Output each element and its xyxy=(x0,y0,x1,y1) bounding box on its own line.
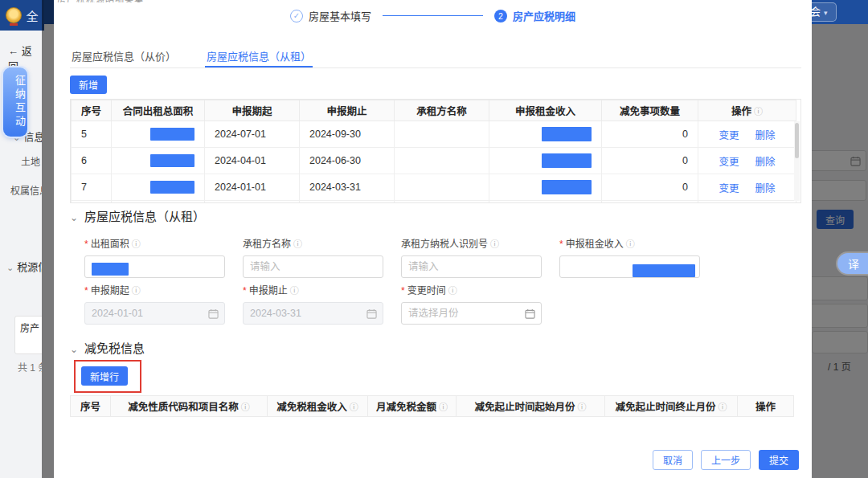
info-icon: ⓘ xyxy=(132,286,141,296)
rent-income-input[interactable] xyxy=(559,255,700,278)
cell-count: 0 xyxy=(602,148,698,174)
required-mark: * xyxy=(401,285,405,296)
tab-ad-valorem[interactable]: 房屋应税信息（从价） xyxy=(70,42,178,67)
clipped-page-title: 房产税税源明细采集 xyxy=(57,0,234,2)
col-actions: 操作ⓘ xyxy=(698,100,796,121)
user-menu-label: 金会 xyxy=(812,6,821,18)
col-reduction-income: 减免税租金收入ⓘ xyxy=(268,396,368,417)
cell-period-start: 2024-01-01 xyxy=(205,174,300,201)
user-menu[interactable]: 金会▾ xyxy=(812,2,837,22)
cell-seq: 5 xyxy=(72,121,112,148)
table-header-row: 序号 减免性质代码和项目名称ⓘ 减免税租金收入ⓘ 月减免税金额ⓘ 减免起止时间起… xyxy=(71,396,794,417)
caret-down-icon: ▾ xyxy=(824,9,828,17)
add-button[interactable]: 新增 xyxy=(70,76,107,94)
col-contract-area: 合同出租总面积 xyxy=(112,100,205,121)
info-icon: ⓘ xyxy=(132,239,141,249)
redacted-value xyxy=(92,263,129,276)
stepper-connector xyxy=(383,15,483,16)
top-navbar-right: 金会▾ xyxy=(812,0,868,24)
info-icon: ⓘ xyxy=(350,402,358,412)
bg-card-fragment: 房产 xyxy=(14,316,42,354)
table-row: 6 2024-04-01 2024-06-30 0 变更删除 xyxy=(72,148,796,174)
stepper: ✓ 房屋基本填写 2 房产应税明细 xyxy=(54,8,812,23)
info-icon: ⓘ xyxy=(719,402,727,412)
submit-button[interactable]: 提交 xyxy=(759,450,799,470)
col-rent-income: 申报租金收入 xyxy=(489,100,602,121)
required-mark: * xyxy=(559,239,563,250)
cancel-button[interactable]: 取消 xyxy=(653,450,693,470)
bg-section-tax: ⌄税源信息 xyxy=(6,259,42,274)
field-tenant-name: 承租方名称ⓘ 请输入 xyxy=(243,236,383,278)
cell-count: 0 xyxy=(602,121,698,148)
scrollbar-thumb[interactable] xyxy=(795,123,799,158)
col-reduction-code: 减免性质代码和项目名称ⓘ xyxy=(111,396,268,417)
step2-label: 房产应税明细 xyxy=(513,8,575,23)
cell-actions: 变更删除 xyxy=(698,174,796,201)
redacted-value xyxy=(633,264,695,277)
period-start-input: 2024-01-01 xyxy=(84,302,225,325)
table-row: 5 2024-07-01 2024-09-30 0 变更删除 xyxy=(72,121,796,148)
step-taxable-detail: 2 房产应税明细 xyxy=(494,8,575,23)
cell-contract-area xyxy=(112,148,205,174)
form-row-2: *申报期起ⓘ 2024-01-01 *申报期止ⓘ 2024-03-31 *变更时… xyxy=(84,283,542,325)
interaction-floating-tab[interactable]: 征纳互动 xyxy=(3,67,27,137)
delete-link[interactable]: 删除 xyxy=(755,157,776,168)
table-header-row: 序号 合同出租总面积 申报期起 申报期止 承租方名称 申报租金收入 减免事项数量… xyxy=(72,100,796,121)
previous-step-button[interactable]: 上一步 xyxy=(701,450,751,470)
table-row-partial xyxy=(72,201,796,204)
tenant-name-input[interactable]: 请输入 xyxy=(243,255,383,278)
delete-link[interactable]: 删除 xyxy=(755,130,776,141)
required-mark: * xyxy=(84,239,88,250)
info-icon: ⓘ xyxy=(490,239,499,249)
change-link[interactable]: 变更 xyxy=(719,157,739,168)
required-mark: * xyxy=(84,285,88,296)
bg-total-count: 共 1 条 xyxy=(18,360,42,374)
change-link[interactable]: 变更 xyxy=(719,183,739,194)
cell-tenant xyxy=(395,121,489,148)
field-change-time: *变更时间ⓘ 请选择月份 xyxy=(401,283,542,325)
cell-tenant xyxy=(395,148,489,174)
add-row-button[interactable]: 新增行 xyxy=(81,366,128,386)
table-row: 7 2024-01-01 2024-03-31 0 变更删除 xyxy=(72,174,796,201)
field-tenant-tax-id: 承租方纳税人识别号ⓘ 请输入 xyxy=(401,236,542,278)
cell-rent-income xyxy=(489,174,602,201)
redacted-value xyxy=(150,128,194,141)
chevron-down-icon[interactable]: ⌄ xyxy=(70,212,78,223)
form-row-1: *出租面积ⓘ 承租方名称ⓘ 请输入 承租方纳税人识别号ⓘ 请输入 *申报租金收入… xyxy=(84,236,700,278)
info-icon: ⓘ xyxy=(754,107,763,116)
section-tax-reduction: ⌄减免税信息 xyxy=(70,339,145,356)
bg-label-land: 土地 xyxy=(21,154,40,168)
calendar-icon xyxy=(366,308,377,319)
redacted-value xyxy=(542,180,592,194)
delete-link[interactable]: 删除 xyxy=(755,183,776,194)
chevron-down-icon[interactable]: ⌄ xyxy=(70,344,78,355)
change-time-input[interactable]: 请选择月份 xyxy=(401,302,542,325)
cell-seq: 6 xyxy=(72,148,112,174)
translate-button[interactable]: 译 xyxy=(837,253,868,274)
col-reduction-count: 减免事项数量 xyxy=(602,100,698,121)
section-rent-info: ⌄房屋应税信息（从租） xyxy=(70,207,205,224)
rent-area-input[interactable] xyxy=(84,255,225,278)
bg-label-ownership: 权属信息 xyxy=(10,183,42,197)
calendar-icon xyxy=(525,308,535,319)
redacted-value xyxy=(542,153,592,168)
cell-rent-income xyxy=(489,148,602,174)
cell-contract-area xyxy=(112,121,205,148)
step-house-basic: ✓ 房屋基本填写 xyxy=(290,8,371,23)
step2-number-icon: 2 xyxy=(494,10,507,22)
info-icon: ⓘ xyxy=(241,402,250,412)
field-period-start: *申报期起ⓘ 2024-01-01 xyxy=(84,283,225,325)
field-period-end: *申报期止ⓘ 2024-03-31 xyxy=(243,283,383,325)
cell-contract-area xyxy=(112,174,205,201)
table-scrollbar[interactable] xyxy=(794,121,800,201)
period-end-input: 2024-03-31 xyxy=(243,302,383,325)
col-seq: 序号 xyxy=(72,100,112,121)
tenant-tax-id-input[interactable]: 请输入 xyxy=(401,255,542,278)
col-actions: 操作 xyxy=(738,396,794,417)
change-link[interactable]: 变更 xyxy=(719,130,739,141)
chevron-down-icon: ⌄ xyxy=(6,263,14,272)
info-icon: ⓘ xyxy=(293,239,302,249)
tab-from-rent[interactable]: 房屋应税信息（从租） xyxy=(205,42,313,67)
col-seq: 序号 xyxy=(71,396,111,417)
cell-count: 0 xyxy=(602,174,698,201)
